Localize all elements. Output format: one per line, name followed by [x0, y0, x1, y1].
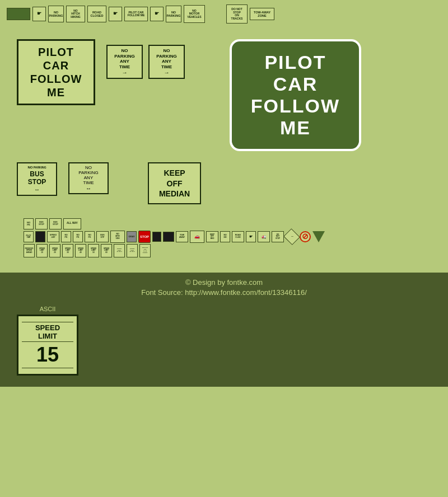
sprite-stop: STOP: [138, 231, 151, 243]
no-motor-thumb: NOMOTORVEHICLES: [184, 5, 205, 23]
ascii-section: ASCII SPEED LIMIT 15: [0, 300, 448, 387]
tow-away-thumb: TOW-AWAYZONE: [250, 8, 274, 20]
no-parking-thumb-2: NOPARKING: [166, 6, 181, 22]
sprite-truck: 🚛: [258, 231, 270, 242]
sprite-triangle: [312, 231, 325, 242]
keep-off-text: KEEP OFF MEDIAN: [152, 168, 197, 199]
sprite-no-motor-2: NOMTRVEH: [110, 231, 125, 243]
no-parking-sign-1: NOPARKINGANYTIME →: [106, 45, 143, 79]
sprite-diagonal: ⟋: [283, 228, 300, 245]
sprite-no-pk-4: NOPK: [85, 231, 95, 242]
sprite-no-hitch-2: NOHH: [220, 231, 230, 242]
sprite-do-not-stop-2: DONOTSTOP: [272, 231, 284, 242]
sprite-speed-10: SPEEDLIMIT10: [36, 244, 48, 257]
sprite-black-3: [163, 232, 174, 242]
pilot-car-big-sign: PILOT CAR FOLLOW ME: [230, 39, 361, 151]
top-strip: ☛ NOPARKING NOHITCHHIKING ROADCLOSED ☛ P…: [0, 0, 448, 28]
copyright-text: © Design by fontke.com: [0, 278, 448, 287]
sprite-speed-60: SPEEDLIMIT60: [101, 244, 112, 257]
no-parking-sign-2: NOPARKINGANYTIME →: [148, 45, 185, 79]
sprite-keep-off-2: KEEPOFFMED: [206, 231, 218, 242]
sprite-bus-stop-2: BUSSTOP: [49, 218, 62, 229]
sprite-row-3: REDUCEDSPEEDAHEAD SPEEDLIMIT10 SPEEDLIMI…: [24, 244, 424, 257]
no-parking-bus-sign: NO PARKING BUSSTOP ↔: [17, 162, 57, 195]
sprite-no-pk-3: NOPK: [73, 231, 83, 242]
sprite-no-parking: NOPK: [24, 218, 34, 229]
sprite-hand-sm: ☛: [246, 231, 256, 242]
sprite-speed-40: SPEEDLIMIT40: [75, 244, 86, 257]
do-not-stop-thumb: DO NOTSTOPONTRACKS: [226, 4, 248, 24]
main-area: PILOT CAR FOLLOW ME NOPARKINGANYTIME → N…: [0, 28, 448, 273]
sprite-speed-30-2: SPEEDLIMIT30 MPH: [127, 244, 138, 257]
no-parking-thumb-1: NOPARKING: [48, 6, 64, 22]
sprite-strip: NOPK BUSSTOP BUSSTOP ALL WAY PILOTCAR SP…: [17, 215, 431, 261]
pilot-car-small-text: PILOT CAR FOLLOW ME: [25, 45, 87, 99]
no-hitch-thumb: NOHITCHHIKING: [66, 6, 85, 22]
speed-text: SPEED: [22, 323, 73, 332]
font-source-text: Font Source: http://www.fontke.com/font/…: [0, 288, 448, 297]
sprite-row-1: NOPK BUSSTOP BUSSTOP ALL WAY: [24, 218, 424, 229]
green-block-thumb: [7, 8, 30, 20]
sprite-black-1: [35, 231, 45, 242]
sprite-speed-25: SPEEDLIMIT25 MPH: [114, 244, 125, 257]
row-2: NO PARKING BUSSTOP ↔ NOPARKINGANYTIME↔ K…: [17, 162, 431, 204]
hand-thumb-2: ☛: [109, 7, 122, 21]
pilot-car-thumb: PILOT CARFOLLOW ME: [124, 7, 148, 21]
pilot-car-small-sign: PILOT CAR FOLLOW ME: [17, 39, 95, 105]
sprite-pilot-car-2: PILOTCAR: [24, 231, 34, 242]
no-parking-any-time-sign: NOPARKINGANYTIME↔: [68, 162, 109, 194]
road-closed-thumb: ROADCLOSED: [87, 6, 106, 22]
sprite-black-2: [152, 232, 161, 242]
ascii-label: ASCII: [11, 306, 84, 312]
sprite-bus-2: BUSSTP: [96, 231, 109, 242]
sprite-reduced-speed: REDUCEDSPEEDAHEAD: [24, 244, 35, 257]
row-1: PILOT CAR FOLLOW ME NOPARKINGANYTIME → N…: [17, 39, 431, 151]
speed-number: 15: [22, 343, 73, 367]
sprite-bus-stop: BUSSTOP: [35, 218, 48, 229]
pilot-car-big-text: PILOT CAR FOLLOW ME: [245, 51, 346, 139]
sprite-road-closed-2: ROADCLSD: [232, 231, 244, 242]
sprite-no-pk-2: NOPK: [61, 231, 71, 242]
sprite-gray: GRAY: [127, 231, 137, 242]
sprite-speed-1: SPEEDLMT: [47, 231, 59, 242]
sprite-no-circle: ⊘: [300, 231, 311, 242]
hand-thumb-3: ☛: [150, 7, 164, 21]
sprite-tow-1: TOWAWAY: [176, 231, 188, 242]
sprite-car-icon: 🚗: [190, 231, 204, 243]
hand-thumb-1: ☛: [32, 7, 46, 21]
keep-off-median-sign: KEEP OFF MEDIAN: [148, 162, 201, 204]
sprite-reduce-top: REDUCETOPSAFESPEED: [139, 244, 151, 257]
footer: © Design by fontke.com Font Source: http…: [0, 273, 448, 300]
sprite-row-2: PILOTCAR SPEEDLMT NOPK NOPK NOPK BUSSTP …: [24, 231, 424, 243]
speed-limit-sign: SPEED LIMIT 15: [17, 315, 78, 376]
sprite-speed-30: SPEEDLIMIT30: [62, 244, 73, 257]
limit-text: LIMIT: [22, 332, 73, 340]
sprite-all-way: ALL WAY: [63, 218, 81, 229]
spacer-1: [207, 6, 224, 22]
no-parking-group: NOPARKINGANYTIME → NOPARKINGANYTIME →: [106, 45, 185, 79]
sprite-speed-20: SPEEDLIMIT20: [49, 244, 60, 257]
sprite-speed-50: SPEEDLIMIT50: [88, 244, 99, 257]
